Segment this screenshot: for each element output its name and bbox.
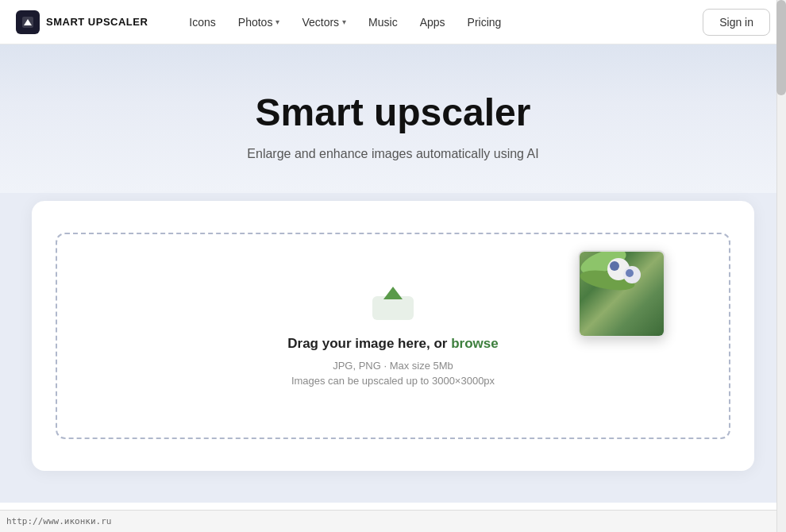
navbar-actions: Sign in [703, 9, 770, 36]
nav-label-icons: Icons [189, 16, 215, 29]
bottom-url: http://www.иконки.ru [6, 516, 111, 526]
navbar: SMART UPSCALER Icons Photos ▾ Vectors ▾ … [0, 0, 786, 44]
svg-marker-2 [383, 287, 403, 299]
nav-item-apps[interactable]: Apps [410, 11, 455, 33]
logo-text: SMART UPSCALER [46, 16, 148, 28]
nav-label-photos: Photos [238, 16, 273, 29]
scrollbar-thumb[interactable] [776, 0, 786, 95]
logo-icon [16, 10, 40, 34]
photos-chevron-icon: ▾ [275, 17, 279, 26]
hero-subtitle: Enlarge and enhance images automatically… [16, 147, 770, 161]
upload-icon [372, 285, 414, 323]
svg-rect-1 [372, 296, 414, 320]
hero-section: Smart upscaler Enlarge and enhance image… [0, 44, 786, 193]
nav-label-vectors: Vectors [302, 16, 339, 29]
nav-item-music[interactable]: Music [359, 11, 407, 33]
navbar-nav: Icons Photos ▾ Vectors ▾ Music Apps Pric… [179, 11, 703, 33]
nav-item-icons[interactable]: Icons [179, 11, 225, 33]
drag-text-label: Drag your image here, or [287, 336, 451, 351]
hero-title: Smart upscaler [16, 92, 770, 134]
upscale-info: Images can be upscaled up to 3000×3000px [291, 375, 495, 387]
nav-item-pricing[interactable]: Pricing [458, 11, 511, 33]
nav-label-pricing: Pricing [468, 16, 502, 29]
floating-preview: → 移動 [578, 250, 665, 337]
berry-shape-1 [610, 261, 619, 271]
nav-label-apps: Apps [420, 16, 445, 29]
nav-item-vectors[interactable]: Vectors ▾ [292, 11, 356, 33]
drag-text: Drag your image here, or browse [287, 336, 498, 352]
upload-card: Drag your image here, or browse JPG, PNG… [32, 201, 754, 471]
move-tooltip: → 移動 [615, 337, 664, 337]
nav-label-music: Music [368, 16, 398, 29]
main-content: Drag your image here, or browse JPG, PNG… [0, 193, 786, 503]
logo-container[interactable]: SMART UPSCALER [16, 10, 148, 34]
preview-image [580, 252, 664, 336]
browse-link[interactable]: browse [451, 336, 499, 351]
nav-item-photos[interactable]: Photos ▾ [229, 11, 290, 33]
file-info: JPG, PNG · Max size 5Mb [333, 360, 453, 372]
berry-shape-2 [626, 269, 634, 277]
scrollbar[interactable] [776, 0, 786, 532]
bottom-bar: http://www.иконки.ru [0, 510, 776, 532]
drop-zone[interactable]: Drag your image here, or browse JPG, PNG… [56, 233, 730, 439]
sign-in-button[interactable]: Sign in [703, 9, 770, 36]
vectors-chevron-icon: ▾ [342, 17, 346, 26]
